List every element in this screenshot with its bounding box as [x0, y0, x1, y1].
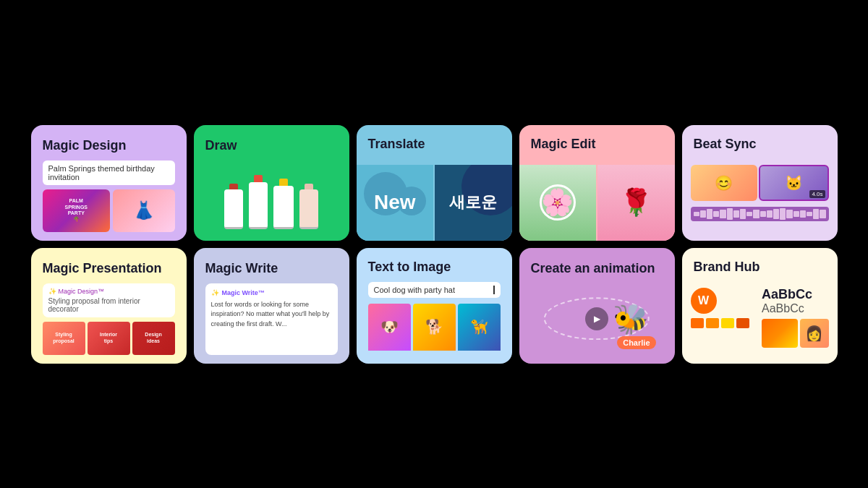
charlie-label: Charlie — [617, 336, 655, 349]
design-preview-1: PALMSPRINGSPARTY🌴 — [43, 189, 111, 232]
text-to-image-card[interactable]: Text to Image Cool dog with party hat 🐶 … — [357, 248, 512, 364]
new-text: New — [374, 191, 416, 214]
magic-design-card[interactable]: Magic Design Palm Springs themed birthda… — [31, 125, 187, 241]
text-cursor — [493, 286, 495, 294]
write-badge: ✨ Magic Write™ — [211, 289, 332, 296]
brand-content: W AaBbCc AaBbCc 👩 — [682, 288, 838, 364]
pres-input-text: Styling proposal from interior decorator — [48, 297, 169, 313]
translate-right: 새로운 — [435, 165, 512, 241]
bottle-1 — [224, 184, 243, 229]
magic-edit-card[interactable]: Magic Edit 🌸 🌹 — [519, 125, 675, 241]
brand-hub-title: Brand Hub — [682, 248, 838, 281]
bottle-4 — [299, 184, 318, 229]
edit-circle — [540, 184, 576, 221]
animation-bee-icon: 🐝 — [613, 302, 649, 336]
brand-left: W — [691, 288, 758, 358]
beat-sync-title: Beat Sync — [682, 125, 838, 158]
brand-avatar: 👩 — [800, 319, 829, 348]
video-person-icon: 😊 — [715, 174, 733, 192]
create-animation-title: Create an animation — [531, 261, 663, 276]
animation-play-button[interactable]: ▶ — [585, 307, 608, 330]
translate-title: Translate — [357, 125, 512, 158]
edit-right: 🌹 — [597, 165, 675, 241]
video-duration: 4.0s — [809, 190, 825, 198]
pres-magic-badge: ✨ Magic Design™ — [48, 288, 169, 295]
red-flower-icon: 🌹 — [620, 187, 652, 218]
magic-write-card[interactable]: Magic Write ✨ Magic Write™ Lost for word… — [194, 248, 349, 364]
translate-card[interactable]: Translate New 새로운 — [357, 125, 512, 241]
translate-visuals: New 새로운 — [357, 165, 512, 241]
text-to-image-title: Text to Image — [368, 260, 501, 275]
magic-edit-title: Magic Edit — [519, 125, 675, 158]
write-box: ✨ Magic Write™ Lost for words or looking… — [205, 283, 338, 355]
magic-wand-icon: ✨ — [48, 288, 56, 295]
draw-title: Draw — [205, 138, 338, 153]
tti-image-2: 🐕 — [413, 304, 456, 351]
edit-left: 🌸 — [519, 165, 597, 241]
tti-image-1: 🐶 — [368, 304, 411, 351]
brand-swatch-4 — [736, 318, 749, 328]
magic-presentation-title: Magic Presentation — [43, 261, 175, 276]
korean-text: 새로운 — [449, 192, 497, 213]
magic-edit-visuals: 🌸 🌹 — [519, 165, 675, 241]
brand-hub-card[interactable]: Brand Hub W AaBbCc AaBbCc 👩 — [682, 248, 838, 364]
video-thumb-2: 🐱 4.0s — [759, 165, 829, 201]
brand-logo: W — [691, 288, 717, 314]
bottle-3 — [273, 179, 294, 229]
tti-input[interactable]: Cool dog with party hat — [368, 282, 501, 298]
draw-card[interactable]: Draw — [194, 125, 349, 241]
write-body-text: Lost for words or looking for some inspi… — [211, 300, 332, 330]
beat-sync-card[interactable]: Beat Sync 😊 🐱 4.0s — [682, 125, 838, 241]
brand-swatch-1 — [691, 318, 704, 328]
brand-swatch-2 — [706, 318, 719, 328]
slide-1: Stylingproposal — [43, 322, 85, 355]
brand-swatch-3 — [721, 318, 734, 328]
tti-image-3: 🦮 — [458, 304, 501, 351]
brand-font-sub: AaBbCc — [762, 303, 829, 314]
magic-design-input[interactable]: Palm Springs themed birthday invitation — [43, 160, 175, 185]
design-preview-2 — [113, 189, 175, 232]
magic-design-title: Magic Design — [43, 138, 175, 153]
brand-font-main: AaBbCc — [762, 288, 829, 301]
animation-area: ▶ 🐝 Charlie — [531, 283, 663, 355]
slide-3: Designideas — [132, 322, 175, 355]
beat-sync-videos: 😊 🐱 4.0s — [691, 165, 829, 201]
waveform-bars — [694, 208, 826, 220]
video-thumb-1: 😊 — [691, 165, 758, 201]
draw-bottles — [205, 160, 338, 232]
pres-slides: Stylingproposal Interiortips Designideas — [43, 322, 175, 355]
write-wand-icon: ✨ — [211, 289, 219, 296]
brand-color-swatches — [691, 318, 758, 328]
tti-input-text: Cool dog with party hat — [374, 286, 456, 294]
brand-pattern — [762, 319, 798, 348]
video-cat-icon: 🐱 — [785, 174, 803, 192]
waveform — [691, 207, 829, 221]
magic-presentation-card[interactable]: Magic Presentation ✨ Magic Design™ Styli… — [31, 248, 187, 364]
brand-bottom: 👩 — [762, 319, 829, 348]
tti-images: 🐶 🐕 🦮 — [368, 304, 501, 351]
translate-left: New — [357, 165, 434, 241]
create-animation-card[interactable]: Create an animation ▶ 🐝 Charlie — [519, 248, 675, 364]
slide-2: Interiortips — [88, 322, 130, 355]
brand-person-icon: 👩 — [805, 325, 823, 342]
magic-design-images: PALMSPRINGSPARTY🌴 — [43, 189, 175, 232]
feature-grid: Magic Design Palm Springs themed birthda… — [17, 111, 852, 378]
pres-input-area: ✨ Magic Design™ Styling proposal from in… — [43, 283, 175, 317]
magic-write-title: Magic Write — [205, 261, 338, 276]
bottle-2 — [249, 175, 268, 229]
brand-right: AaBbCc AaBbCc 👩 — [762, 288, 829, 358]
